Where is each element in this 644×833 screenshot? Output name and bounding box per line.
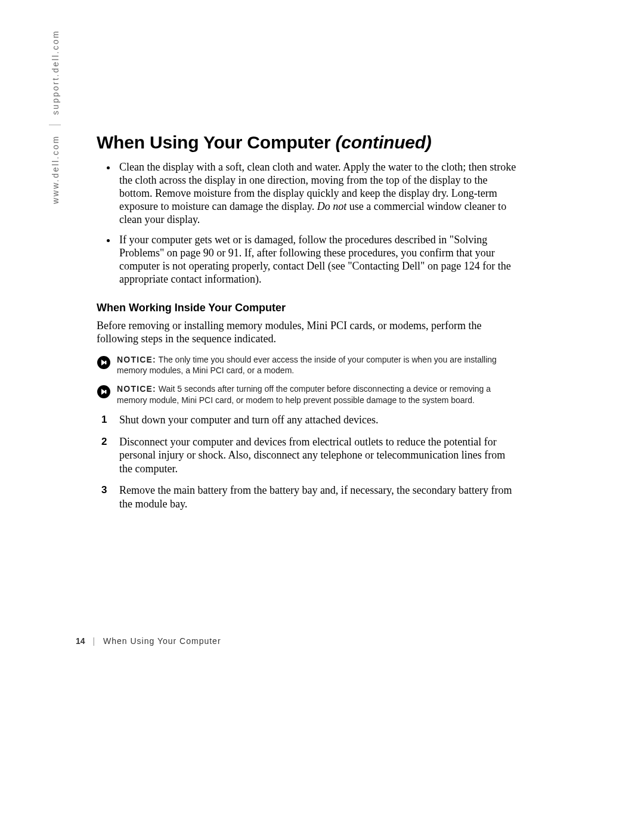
sidebar-divider xyxy=(49,125,61,125)
bullet-donot: Do not xyxy=(317,200,347,212)
svg-rect-3 xyxy=(105,390,107,394)
bullet-text-before: If your computer gets wet or is damaged,… xyxy=(119,234,511,285)
step-item: Disconnect your computer and devices fro… xyxy=(117,435,517,476)
page-footer: 14 | When Using Your Computer xyxy=(76,636,221,646)
step-item: Remove the main battery from the battery… xyxy=(117,484,517,510)
notice-arrow-icon xyxy=(97,385,111,399)
notice-body: The only time you should ever access the… xyxy=(117,355,497,376)
sidebar-urls: www.dell.com support.dell.com xyxy=(49,30,60,204)
notice-body: Wait 5 seconds after turning off the com… xyxy=(117,384,491,405)
bullet-item: If your computer gets wet or is damaged,… xyxy=(117,234,517,286)
bullet-list: Clean the display with a soft, clean clo… xyxy=(97,161,517,286)
notice-text: NOTICE: Wait 5 seconds after turning off… xyxy=(117,383,517,406)
notice-arrow-icon xyxy=(97,355,111,370)
notice-label: NOTICE: xyxy=(117,384,156,394)
subheading: When Working Inside Your Computer xyxy=(97,302,517,314)
sidebar-url-main: www.dell.com xyxy=(51,135,60,204)
main-content: When Using Your Computer (continued) Cle… xyxy=(97,132,517,519)
bullet-item: Clean the display with a soft, clean clo… xyxy=(117,161,517,227)
step-item: Shut down your computer and turn off any… xyxy=(117,413,517,427)
page: www.dell.com support.dell.com When Using… xyxy=(0,0,644,833)
steps-list: Shut down your computer and turn off any… xyxy=(97,413,517,510)
footer-page-number: 14 xyxy=(76,636,85,646)
notice-text: NOTICE: The only time you should ever ac… xyxy=(117,354,517,377)
sidebar-url-support: support.dell.com xyxy=(51,30,60,115)
intro-paragraph: Before removing or installing memory mod… xyxy=(97,319,517,346)
page-heading: When Using Your Computer (continued) xyxy=(97,132,517,153)
notice-label: NOTICE: xyxy=(117,355,156,364)
svg-rect-1 xyxy=(105,361,107,364)
footer-divider: | xyxy=(92,636,95,646)
heading-continued: (continued) xyxy=(336,132,432,152)
footer-title: When Using Your Computer xyxy=(103,636,221,646)
notice-block: NOTICE: The only time you should ever ac… xyxy=(97,354,517,377)
notice-block: NOTICE: Wait 5 seconds after turning off… xyxy=(97,383,517,406)
heading-main: When Using Your Computer xyxy=(97,132,336,152)
